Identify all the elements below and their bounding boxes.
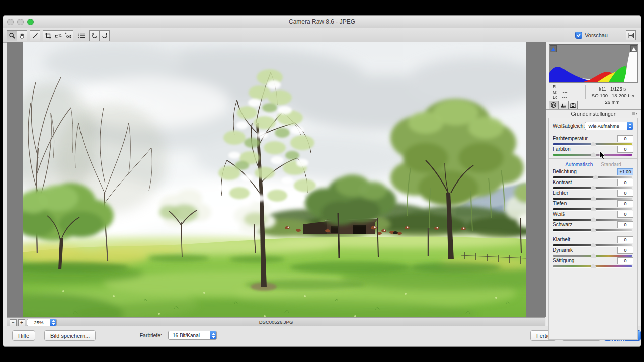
- basic-settings: Weißabgleich: Wie Aufnahme Farbtemperatu…: [548, 118, 638, 340]
- stepper-icon: [627, 122, 633, 130]
- slider-value-field[interactable]: 0: [617, 221, 633, 228]
- exposure-info: f/11 1/125 s: [587, 85, 637, 92]
- filename-label: DSC00526.JPG: [7, 319, 545, 325]
- slider-label: Sättigung: [553, 258, 574, 263]
- aperture-icon: [550, 102, 557, 108]
- white-balance-tool-button[interactable]: [30, 30, 40, 41]
- slider-value-field[interactable]: +1.00: [617, 168, 633, 175]
- shadow-clipping-icon: [551, 47, 555, 51]
- hand-tool-button[interactable]: [17, 30, 27, 41]
- separator: [549, 234, 637, 234]
- slider-klarheit: Klarheit0: [553, 236, 633, 247]
- help-button[interactable]: Hilfe: [12, 330, 35, 341]
- slider-label: Schwarz: [553, 222, 572, 227]
- rgb-row: R:---: [553, 84, 568, 89]
- bottom-bar: Hilfe Bild speichern... Farbtiefe: 16 Bi…: [3, 326, 641, 346]
- separator: [549, 158, 637, 159]
- image-status-bar: − + 25% DSC00526.JPG: [7, 317, 545, 327]
- rgb-row: G:---: [553, 89, 568, 95]
- rotate-right-button[interactable]: [99, 30, 110, 41]
- panel-title: Grundeinstellungen: [546, 111, 641, 117]
- slider-value-field[interactable]: 0: [617, 236, 633, 243]
- slider-value-field[interactable]: 0: [617, 179, 633, 186]
- color-depth-value: 16 Bit/Kanal: [169, 333, 210, 338]
- separator: [549, 133, 637, 133]
- default-link[interactable]: Standard: [601, 162, 621, 167]
- red-eye-tool-button[interactable]: [63, 30, 73, 41]
- toolbar: Vorschau: [3, 28, 641, 43]
- crop-tool-button[interactable]: [43, 30, 53, 41]
- adjustments-panel: R:---G:---B:--- f/11 1/125 s ISO 100 18-…: [546, 42, 641, 326]
- check-icon: [576, 33, 581, 38]
- slider-label: Weiß: [553, 211, 565, 217]
- histogram-plot: [549, 45, 637, 82]
- basic-tab[interactable]: [549, 101, 558, 109]
- slider-label: Klarheit: [553, 237, 570, 242]
- slider-value-field[interactable]: 0: [617, 257, 633, 264]
- slider-label: Kontrast: [553, 179, 572, 185]
- slider-thumb[interactable]: [591, 152, 596, 157]
- color-depth-select[interactable]: 16 Bit/Kanal: [168, 331, 217, 340]
- histogram: [549, 44, 638, 83]
- fullscreen-toggle-button[interactable]: [626, 30, 636, 40]
- highlight-clipping-toggle[interactable]: [630, 45, 637, 52]
- zoom-tool-button[interactable]: [7, 30, 17, 41]
- slider-label: Dynamik: [553, 247, 573, 253]
- rgb-row: B:---: [553, 95, 568, 100]
- slider-thumb[interactable]: [591, 264, 596, 268]
- preview-checkbox[interactable]: [575, 32, 582, 39]
- auto-default-links: AutomatischStandard: [553, 161, 633, 168]
- auto-link[interactable]: Automatisch: [565, 162, 593, 167]
- detail-tab[interactable]: [558, 101, 568, 109]
- triangles-icon: [560, 102, 567, 108]
- panel-tabs: [546, 100, 641, 110]
- camera-raw-window: Camera Raw 8.6 - JPEG Vorschau: [3, 15, 641, 347]
- slider-belichtung: Belichtung+1.00: [553, 168, 633, 179]
- color-depth-label: Farbtiefe:: [140, 332, 162, 338]
- slider-value-field[interactable]: 0: [617, 190, 633, 197]
- slider-farbtemperatur: Farbtemperatur0: [553, 135, 633, 146]
- slider-wei-: Weiß0: [553, 211, 633, 221]
- slider-thumb[interactable]: [591, 228, 596, 232]
- slider-value-field[interactable]: 0: [617, 200, 633, 207]
- highlight-clipping-icon: [632, 47, 636, 51]
- white-balance-select[interactable]: Wie Aufnahme: [585, 122, 633, 130]
- white-balance-value: Wie Aufnahme: [585, 123, 627, 129]
- slider-kontrast: Kontrast0: [553, 179, 633, 190]
- slider-value-field[interactable]: 0: [617, 135, 633, 142]
- preferences-menu-button[interactable]: [76, 30, 87, 41]
- shadow-clipping-toggle[interactable]: [550, 45, 557, 52]
- slider-value-field[interactable]: 0: [617, 247, 633, 254]
- camera-icon: [570, 102, 576, 108]
- stepper-icon: [210, 331, 216, 339]
- save-image-button[interactable]: Bild speichern...: [44, 330, 96, 341]
- fullscreen-icon: [628, 32, 634, 39]
- slider-s-ttigung: Sättigung0: [553, 257, 633, 268]
- slider-farbton: Farbton0: [553, 146, 633, 156]
- straighten-tool-button[interactable]: [53, 30, 63, 41]
- slider-lichter: Lichter0: [553, 190, 633, 200]
- image-canvas[interactable]: [7, 42, 546, 317]
- rgb-readout: R:---G:---B:---: [553, 84, 568, 100]
- rotate-left-button[interactable]: [89, 30, 100, 41]
- slider-value-field[interactable]: 0: [617, 146, 633, 153]
- slider-track[interactable]: [553, 176, 632, 178]
- slider-dynamik: Dynamik0: [553, 247, 633, 257]
- exif-info: R:---G:---B:--- f/11 1/125 s ISO 100 18-…: [549, 84, 637, 100]
- slider-label: Lichter: [553, 190, 568, 196]
- photo-preview[interactable]: [23, 42, 526, 317]
- photo-preview-art: [23, 42, 526, 317]
- preview-label: Vorschau: [585, 32, 608, 38]
- slider-label: Tiefen: [553, 201, 567, 206]
- window-title: Camera Raw 8.6 - JPEG: [3, 18, 641, 25]
- tool-buttons: [7, 30, 110, 41]
- panel-menu-icon[interactable]: [632, 112, 637, 116]
- preview-toggle[interactable]: Vorschau: [575, 32, 608, 39]
- slider-value-field[interactable]: 0: [617, 211, 633, 218]
- slider-tiefen: Tiefen0: [553, 200, 633, 211]
- title-bar: Camera Raw 8.6 - JPEG: [3, 16, 641, 28]
- camera-calibration-tab[interactable]: [568, 101, 578, 109]
- slider-schwarz: Schwarz0: [553, 221, 633, 232]
- slider-label: Farbton: [553, 146, 570, 152]
- slider-label: Farbtemperatur: [553, 136, 588, 141]
